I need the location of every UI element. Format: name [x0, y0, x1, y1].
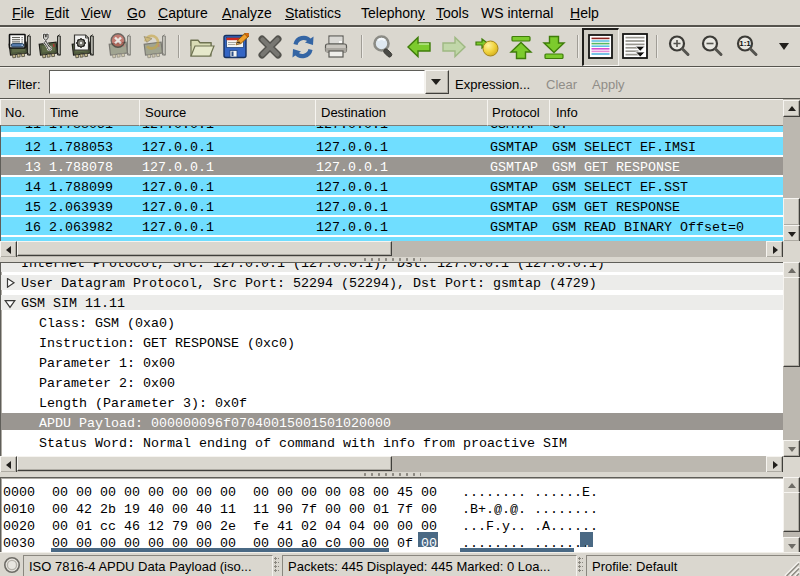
- svg-text:1:1: 1:1: [739, 39, 751, 48]
